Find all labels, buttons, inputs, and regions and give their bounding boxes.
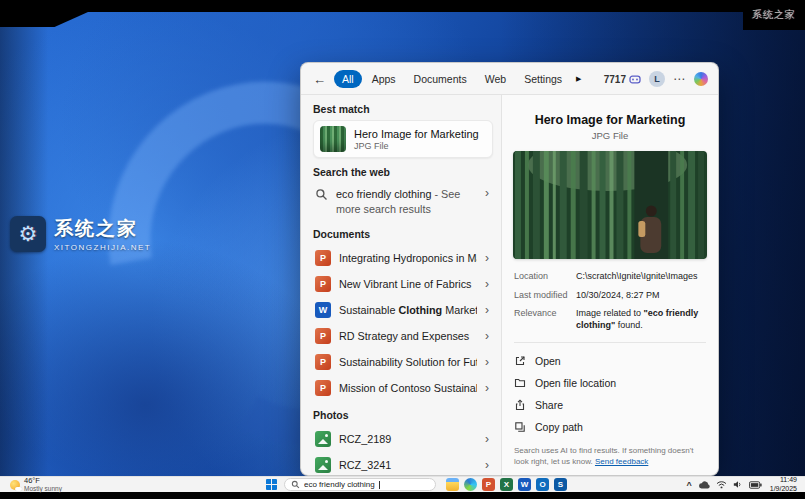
edge-icon[interactable] (464, 478, 477, 491)
web-search-result[interactable]: eco friendly clothing - See more search … (313, 183, 493, 220)
clock-date: 1/9/2025 (770, 485, 797, 493)
rewards-icon (629, 73, 641, 85)
tabs-overflow-icon[interactable]: ▶ (576, 75, 581, 83)
document-result[interactable]: PIntegrating Hydroponics in Manu...› (313, 245, 493, 271)
watermark-subtitle: XITONGZHIJIA.NET (54, 243, 151, 252)
word-icon[interactable]: W (518, 478, 531, 491)
document-result[interactable]: WSustainable Clothing Marketing ...› (313, 297, 493, 323)
more-options-button[interactable]: ⋯ (673, 72, 686, 86)
volume-icon[interactable] (733, 480, 743, 489)
section-header-documents: Documents (313, 228, 493, 240)
tab-web[interactable]: Web (477, 70, 514, 88)
tray-expand-icon[interactable]: ^ (686, 481, 691, 490)
powerpoint-icon: P (315, 380, 331, 396)
onedrive-icon[interactable] (698, 481, 710, 489)
tab-apps[interactable]: Apps (364, 70, 404, 88)
copilot-icon[interactable] (694, 72, 708, 86)
clock[interactable]: 11:49 1/9/2025 (770, 476, 797, 493)
metadata-value: C:\scratch\Ignite\Ignite\Images (576, 271, 698, 283)
result-title: Integrating Hydroponics in Manu... (339, 252, 477, 264)
tab-documents[interactable]: Documents (406, 70, 475, 88)
section-header-best-match: Best match (313, 103, 493, 115)
result-title: New Vibrant Line of Fabrics (339, 278, 477, 290)
outlook-icon[interactable]: O (536, 478, 549, 491)
action-share[interactable]: Share (514, 394, 706, 416)
powerpoint-icon: P (315, 276, 331, 292)
chevron-right-icon: › (485, 382, 491, 394)
battery-icon[interactable] (749, 481, 762, 489)
weather-temp: 46°F (24, 477, 62, 485)
file-explorer-icon[interactable] (446, 478, 459, 491)
folder-icon (514, 377, 526, 389)
account-avatar[interactable]: L (649, 71, 665, 87)
document-result[interactable]: PNew Vibrant Line of Fabrics› (313, 271, 493, 297)
action-label: Share (535, 399, 563, 411)
search-icon (291, 480, 300, 489)
system-tray: ^ 11:49 1/9/2025 (686, 477, 797, 492)
photo-result[interactable]: RCZ_3241› (313, 452, 493, 475)
web-result-text: eco friendly clothing - See more search … (336, 187, 477, 216)
result-title: RCZ_3241 (339, 459, 477, 471)
rewards-badge[interactable]: 7717 (604, 73, 641, 85)
metadata-value: Image related to "eco friendly clothing"… (576, 308, 706, 331)
store-icon[interactable]: S (554, 478, 567, 491)
metadata-row: RelevanceImage related to "eco friendly … (514, 308, 706, 331)
search-flyout: ← AllAppsDocumentsWebSettingsFoldersP ▶ … (300, 62, 719, 476)
action-label: Open (535, 355, 561, 367)
photo-icon (315, 457, 331, 473)
metadata-list: LocationC:\scratch\Ignite\Ignite\ImagesL… (514, 271, 706, 339)
action-copy-path[interactable]: Copy path (514, 416, 706, 438)
photo-icon (315, 431, 331, 447)
action-label: Open file location (535, 377, 616, 389)
tab-all[interactable]: All (334, 70, 362, 88)
weather-widget[interactable]: 46°F Mostly sunny (10, 477, 62, 492)
document-result[interactable]: PMission of Contoso Sustainable F...› (313, 375, 493, 401)
result-title: Sustainable Clothing Marketing ... (339, 304, 477, 316)
document-result[interactable]: PSustainability Solution for Future ...› (313, 349, 493, 375)
metadata-value: 10/30/2024, 8:27 PM (576, 290, 660, 302)
taskbar: 46°F Mostly sunny eco friendly clothing … (0, 476, 805, 492)
powerpoint-icon[interactable]: P (482, 478, 495, 491)
preview-divider (514, 342, 706, 343)
tab-settings[interactable]: Settings (516, 70, 570, 88)
watermark-logo-icon: ⚙ (10, 216, 46, 252)
action-open[interactable]: Open (514, 350, 706, 372)
watermark-corner-text: 系统之家 (752, 8, 796, 22)
copy-icon (514, 421, 526, 433)
action-label: Copy path (535, 421, 583, 433)
excel-icon[interactable]: X (500, 478, 513, 491)
weather-sun-icon (10, 480, 20, 490)
result-thumbnail (320, 126, 346, 152)
documents-list: PIntegrating Hydroponics in Manu...›PNew… (313, 245, 493, 401)
send-feedback-link[interactable]: Send feedback (595, 457, 648, 466)
chevron-right-icon: › (485, 459, 491, 471)
search-header: ← AllAppsDocumentsWebSettingsFoldersP ▶ … (301, 63, 718, 94)
weather-condition: Mostly sunny (24, 485, 62, 492)
photo-result[interactable]: RCZ_2189› (313, 426, 493, 452)
chevron-right-icon: › (485, 330, 491, 342)
share-icon (514, 399, 526, 411)
best-match-result[interactable]: Hero Image for Marketing JPG File (313, 120, 493, 158)
back-arrow-icon[interactable]: ← (313, 72, 331, 87)
ai-disclaimer: Search uses AI to find results. If somet… (514, 445, 706, 467)
taskbar-search-box[interactable]: eco friendly clothing (284, 478, 436, 491)
wifi-icon[interactable] (716, 480, 727, 489)
filter-tabs: AllAppsDocumentsWebSettingsFoldersP (334, 70, 572, 88)
metadata-label: Location (514, 271, 570, 283)
clock-time: 11:49 (770, 476, 797, 484)
start-button[interactable] (266, 479, 277, 490)
chevron-right-icon: › (485, 187, 491, 199)
site-watermark: ⚙ 系统之家 XITONGZHIJIA.NET (10, 216, 151, 252)
result-title: RCZ_2189 (339, 433, 477, 445)
rewards-count: 7717 (604, 74, 626, 85)
result-title: Sustainability Solution for Future ... (339, 356, 477, 368)
powerpoint-icon: P (315, 250, 331, 266)
document-result[interactable]: PRD Strategy and Expenses› (313, 323, 493, 349)
action-open-file-location[interactable]: Open file location (514, 372, 706, 394)
photos-list: RCZ_2189›RCZ_3241›DR_2024_11› (313, 426, 493, 475)
section-header-web: Search the web (313, 166, 493, 178)
desktop: 系统之家 ⚙ 系统之家 XITONGZHIJIA.NET ← AllAppsDo… (0, 0, 805, 499)
metadata-label: Relevance (514, 308, 570, 331)
result-title: Mission of Contoso Sustainable F... (339, 382, 477, 394)
watermark-title: 系统之家 (54, 216, 151, 242)
